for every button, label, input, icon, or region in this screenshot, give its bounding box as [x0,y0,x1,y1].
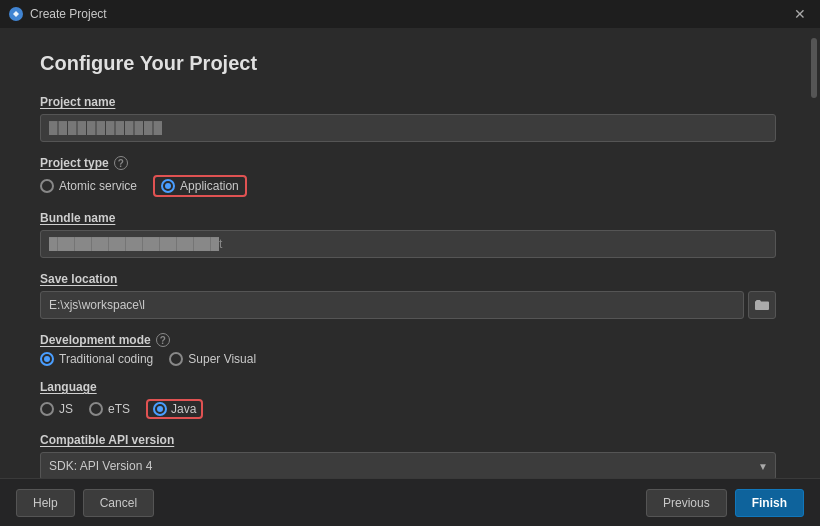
radio-supervisual-circle [169,352,183,366]
help-button[interactable]: Help [16,489,75,517]
radio-js-circle [40,402,54,416]
radio-supervisual[interactable]: Super Visual [169,352,256,366]
dev-mode-help-icon[interactable]: ? [156,333,170,347]
radio-atomic-label: Atomic service [59,179,137,193]
scrollbar-thumb[interactable] [811,38,817,98]
bundle-name-group: Bundle name [40,211,776,258]
bottom-bar: Help Cancel Previous Finish [0,478,820,526]
dev-mode-label: Development mode ? [40,333,776,347]
project-name-label: Project name [40,95,776,109]
radio-application-label: Application [180,179,239,193]
save-location-group: Save location [40,272,776,319]
project-type-label: Project type ? [40,156,776,170]
language-label: Language [40,380,776,394]
bundle-name-input[interactable] [40,230,776,258]
radio-traditional-label: Traditional coding [59,352,153,366]
dev-mode-options: Traditional coding Super Visual [40,352,776,366]
api-version-select[interactable]: SDK: API Version 4 SDK: API Version 5 SD… [40,452,776,478]
language-group: Language JS eTS Java [40,380,776,419]
radio-ets-label: eTS [108,402,130,416]
page-title: Configure Your Project [40,52,776,75]
radio-traditional[interactable]: Traditional coding [40,352,153,366]
cancel-button[interactable]: Cancel [83,489,154,517]
app-icon [8,6,24,22]
save-location-label: Save location [40,272,776,286]
radio-js[interactable]: JS [40,402,73,416]
main-content: Configure Your Project Project name Proj… [0,28,808,478]
api-version-group: Compatible API version SDK: API Version … [40,433,776,478]
radio-application-circle [161,179,175,193]
radio-ets-circle [89,402,103,416]
radio-java-highlight[interactable]: Java [146,399,203,419]
bundle-name-label: Bundle name [40,211,776,225]
project-type-options: Atomic service Application [40,175,776,197]
browse-folder-button[interactable] [748,291,776,319]
title-bar-title: Create Project [30,7,782,21]
language-options: JS eTS Java [40,399,776,419]
save-location-input[interactable] [40,291,744,319]
previous-button[interactable]: Previous [646,489,727,517]
dev-mode-group: Development mode ? Traditional coding Su… [40,333,776,366]
project-type-help-icon[interactable]: ? [114,156,128,170]
radio-ets[interactable]: eTS [89,402,130,416]
radio-supervisual-label: Super Visual [188,352,256,366]
project-name-group: Project name [40,95,776,142]
folder-icon [755,299,769,311]
finish-button[interactable]: Finish [735,489,804,517]
scrollbar[interactable] [808,28,820,478]
project-name-input[interactable] [40,114,776,142]
radio-java-label: Java [171,402,196,416]
dialog-body: Configure Your Project Project name Proj… [0,28,820,478]
save-location-row [40,291,776,319]
radio-atomic-circle [40,179,54,193]
api-version-wrapper: SDK: API Version 4 SDK: API Version 5 SD… [40,452,776,478]
close-button[interactable]: ✕ [788,4,812,24]
radio-java-circle [153,402,167,416]
project-type-group: Project type ? Atomic service Applicatio… [40,156,776,197]
radio-traditional-circle [40,352,54,366]
api-version-label: Compatible API version [40,433,776,447]
radio-js-label: JS [59,402,73,416]
radio-application-highlight[interactable]: Application [153,175,247,197]
title-bar: Create Project ✕ [0,0,820,28]
radio-atomic-service[interactable]: Atomic service [40,179,137,193]
